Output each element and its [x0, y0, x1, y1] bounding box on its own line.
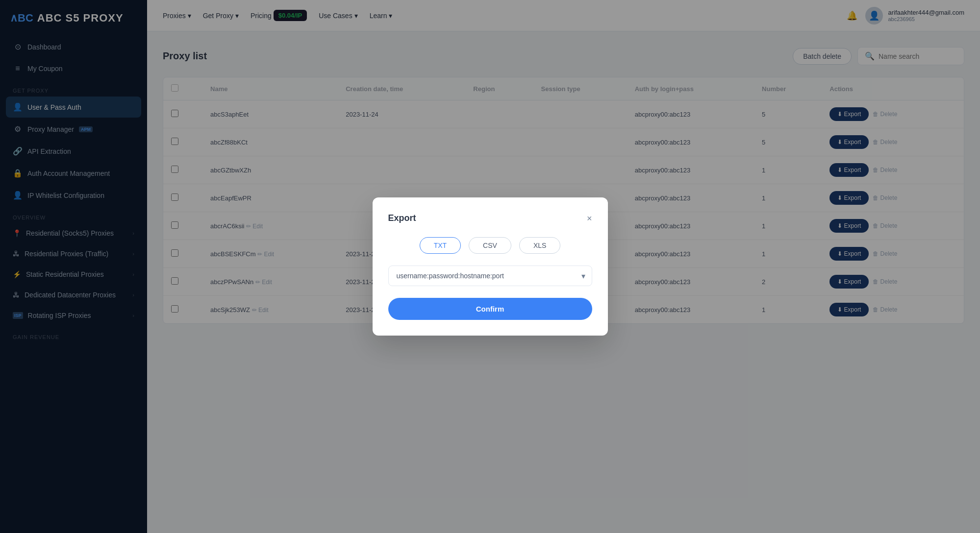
modal-title: Export [388, 213, 416, 223]
format-select[interactable]: username:password:hostname:porthostname:… [388, 266, 592, 286]
format-btn-xls[interactable]: XLS [519, 237, 560, 254]
modal-header: Export × [388, 213, 592, 223]
confirm-button[interactable]: Confirm [388, 298, 592, 320]
format-btn-txt[interactable]: TXT [420, 237, 461, 254]
modal-overlay[interactable]: Export × TXTCSVXLS username:password:hos… [0, 0, 980, 533]
format-dropdown: username:password:hostname:porthostname:… [388, 266, 592, 286]
export-modal: Export × TXTCSVXLS username:password:hos… [373, 197, 608, 336]
format-btn-csv[interactable]: CSV [469, 237, 511, 254]
format-options: TXTCSVXLS [388, 237, 592, 254]
modal-close-button[interactable]: × [587, 214, 592, 223]
